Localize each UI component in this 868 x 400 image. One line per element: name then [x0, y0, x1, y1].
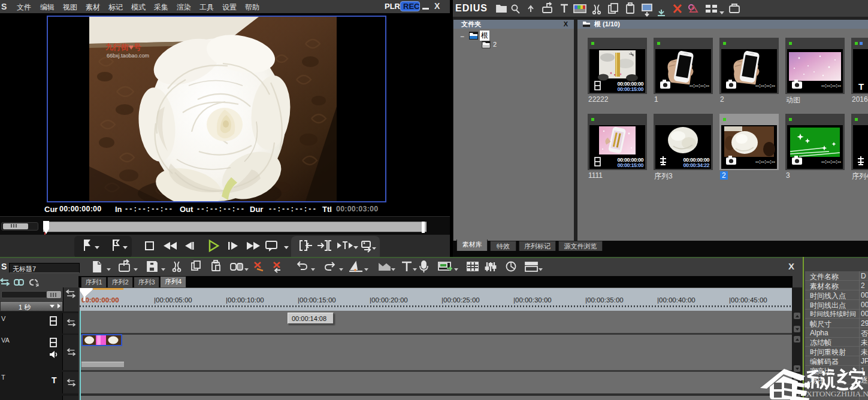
svg-text:66bxj.taobao.com: 66bxj.taobao.com — [107, 53, 149, 59]
svg-text:00:00:34:22: 00:00:34:22 — [683, 162, 709, 168]
svg-text:--:--:--:--: --:--:--:-- — [755, 83, 775, 89]
svg-text:--:--:--:--: --:--:--:-- — [821, 159, 841, 165]
svg-text:--:--:--:--: --:--:--:-- — [755, 159, 775, 165]
svg-text:T: T — [858, 81, 864, 92]
svg-text:--:--:--:--: --:--:--:-- — [689, 83, 709, 89]
svg-text:--:--:--:--: --:--:--:-- — [821, 83, 841, 89]
svg-text:00:00:15:00: 00:00:15:00 — [617, 86, 643, 92]
svg-text:00:00:15:00: 00:00:15:00 — [617, 162, 643, 168]
svg-text:九行街♥号: 九行街♥号 — [105, 43, 141, 51]
